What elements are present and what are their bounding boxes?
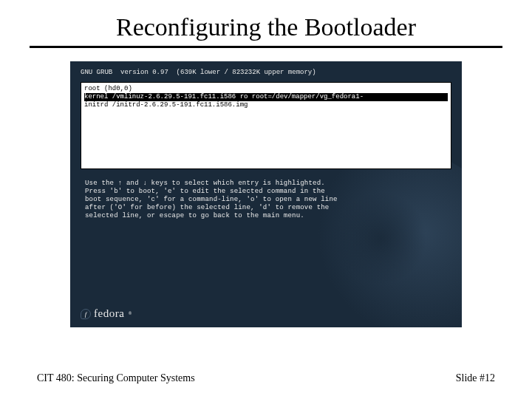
grub-menu-box[interactable]: root (hd0,0) kernel /vmlinuz-2.6.29.5-19… — [81, 82, 451, 169]
fedora-logo-icon: f — [81, 309, 91, 319]
grub-screen: GNU GRUB version 0.97 (639K lower / 8232… — [70, 61, 462, 327]
footer-slide-number: Slide #12 — [456, 372, 495, 384]
fedora-brand: f fedora ® — [81, 307, 132, 320]
grub-menu-line[interactable]: initrd /initrd-2.6.29.5-191.fc11.i586.im… — [84, 101, 448, 109]
fedora-wordmark: fedora — [94, 307, 124, 320]
grub-header: GNU GRUB version 0.97 (639K lower / 8232… — [81, 69, 451, 76]
slide-title: Reconfiguring the Bootloader — [30, 13, 502, 41]
trademark-icon: ® — [129, 311, 132, 316]
screenshot-container: GNU GRUB version 0.97 (639K lower / 8232… — [30, 61, 502, 327]
slide-footer: CIT 480: Securing Computer Systems Slide… — [0, 372, 532, 384]
grub-menu-line-selected[interactable]: kernel /vmlinuz-2.6.29.5-191.fc11.i586 r… — [84, 93, 448, 101]
title-rule — [30, 46, 502, 48]
grub-content: GNU GRUB version 0.97 (639K lower / 8232… — [70, 61, 462, 228]
slide: Reconfiguring the Bootloader GNU GRUB ve… — [0, 0, 532, 399]
grub-help-text: Use the ↑ and ↓ keys to select which ent… — [81, 180, 451, 220]
grub-menu-line[interactable]: root (hd0,0) — [84, 85, 448, 93]
continuation-arrow-icon: → — [443, 93, 446, 101]
footer-course: CIT 480: Securing Computer Systems — [37, 372, 195, 384]
